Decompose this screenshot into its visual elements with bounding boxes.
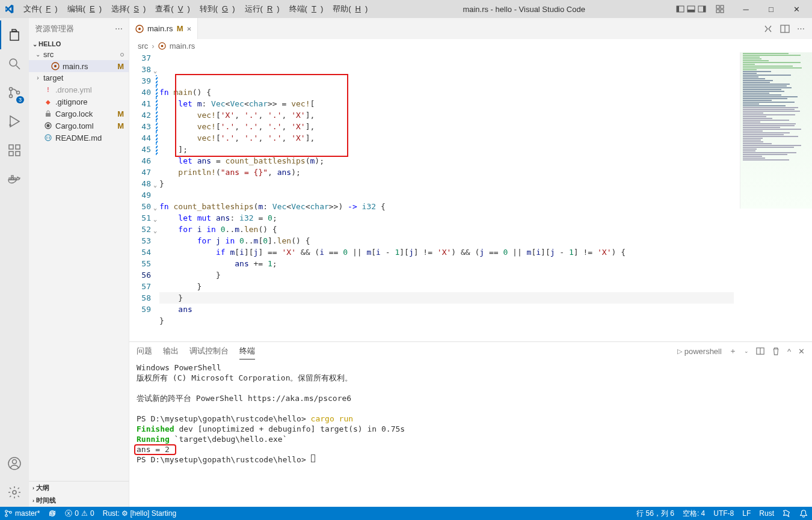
status-eol[interactable]: LF: [738, 507, 755, 520]
terminal-profile-dropdown[interactable]: ▷powershell: [677, 347, 722, 356]
maximize-button[interactable]: □: [759, 0, 783, 18]
menu-item[interactable]: 编辑(E): [63, 2, 106, 16]
svg-point-24: [13, 460, 17, 464]
layout-left-icon[interactable]: [676, 5, 684, 13]
more-icon[interactable]: ⋯: [115, 24, 123, 33]
tab-main-rs[interactable]: main.rs M ×: [129, 18, 198, 39]
menu-item[interactable]: 查看(V): [151, 2, 194, 16]
bottom-panel: 问题输出调试控制台终端 ▷powershell ＋ ⌄ ^ ✕ Windows …: [129, 341, 812, 507]
menu-item[interactable]: 文件(F): [19, 2, 62, 16]
split-editor-icon[interactable]: [780, 24, 790, 34]
tree-item[interactable]: main.rsM: [29, 60, 129, 72]
svg-rect-8: [716, 10, 719, 13]
panel-close-icon[interactable]: ✕: [798, 347, 805, 356]
menu-item[interactable]: 终端(T): [285, 2, 328, 16]
activity-account[interactable]: [0, 449, 29, 478]
minimap[interactable]: [740, 52, 812, 209]
panel-maximize-icon[interactable]: ^: [787, 347, 791, 356]
svg-rect-22: [11, 176, 13, 177]
file-icon: [43, 121, 53, 130]
menu-item[interactable]: 运行(R): [241, 2, 284, 16]
compare-changes-icon[interactable]: [763, 24, 773, 34]
outline-section[interactable]: ›大纲: [29, 482, 129, 494]
svg-point-36: [161, 44, 163, 47]
title-bar: 文件(F)编辑(E)选择(S)查看(V)转到(G)运行(R)终端(T)帮助(H)…: [0, 0, 812, 18]
svg-point-10: [10, 59, 17, 66]
rust-file-icon: [135, 25, 144, 33]
status-encoding[interactable]: UTF-8: [709, 507, 738, 520]
status-language[interactable]: Rust: [755, 507, 778, 520]
breadcrumbs[interactable]: src › main.rs: [129, 39, 812, 52]
close-button[interactable]: ✕: [784, 0, 808, 18]
tree-item[interactable]: ⌄src: [29, 49, 129, 60]
menu-item[interactable]: 转到(G): [195, 2, 239, 16]
panel-tab[interactable]: 调试控制台: [189, 343, 229, 359]
kill-terminal-icon[interactable]: [772, 347, 780, 355]
layout-right-icon[interactable]: [698, 5, 706, 13]
svg-rect-6: [716, 5, 719, 8]
file-icon: [43, 133, 53, 142]
status-feedback-icon[interactable]: [778, 507, 795, 520]
scm-badge: 3: [16, 96, 24, 103]
status-rust-analyzer[interactable]: Rust: ⚙ [hello] Starting: [99, 507, 180, 520]
chevron-right-icon: ›: [152, 41, 154, 50]
status-sync[interactable]: [44, 507, 61, 520]
window-controls: ─ □ ✕: [676, 0, 808, 18]
rust-file-icon: [158, 42, 166, 50]
activity-scm[interactable]: 3: [0, 78, 29, 107]
svg-point-12: [10, 95, 13, 98]
tree-item[interactable]: README.md: [29, 132, 129, 144]
status-notifications-icon[interactable]: [795, 507, 812, 520]
panel-tab[interactable]: 终端: [239, 343, 255, 359]
svg-rect-28: [46, 113, 51, 117]
svg-point-33: [138, 28, 141, 30]
new-terminal-icon[interactable]: ＋: [729, 346, 737, 356]
tree-item[interactable]: !.drone.yml: [29, 84, 129, 96]
panel-tab[interactable]: 输出: [163, 343, 179, 359]
svg-rect-17: [16, 151, 20, 156]
sidebar-title: 资源管理器: [35, 23, 74, 34]
tree-item[interactable]: Cargo.lockM: [29, 108, 129, 120]
file-icon: [51, 61, 60, 71]
svg-rect-7: [721, 5, 724, 8]
menu-item[interactable]: 帮助(H): [328, 2, 372, 16]
terminal-output[interactable]: Windows PowerShell版权所有 (C) Microsoft Cor…: [129, 360, 812, 507]
activity-search[interactable]: [0, 49, 29, 78]
file-tree: ⌄srcmain.rsM›target!.drone.yml◆.gitignor…: [29, 49, 129, 481]
status-problems[interactable]: ⓧ0⚠0: [61, 507, 98, 520]
svg-point-39: [5, 515, 8, 517]
svg-rect-1: [677, 6, 679, 12]
tree-item[interactable]: Cargo.tomlM: [29, 120, 129, 132]
split-terminal-icon[interactable]: [756, 347, 764, 355]
more-actions-icon[interactable]: ⋯: [797, 24, 805, 33]
status-cursor-position[interactable]: 行 56，列 6: [632, 507, 678, 520]
status-indentation[interactable]: 空格: 4: [678, 507, 709, 520]
svg-point-38: [5, 510, 8, 513]
tree-item[interactable]: ◆.gitignore: [29, 96, 129, 108]
activity-settings[interactable]: [0, 478, 29, 507]
layout-bottom-icon[interactable]: [687, 5, 695, 13]
window-title: main.rs - hello - Visual Studio Code: [374, 5, 674, 14]
activity-extensions[interactable]: [0, 136, 29, 165]
code-editor[interactable]: 3738⌄39404142434445464748⌄4950⌄51⌄52⌄535…: [129, 52, 812, 341]
status-bar: master* ⓧ0⚠0 Rust: ⚙ [hello] Starting 行 …: [0, 507, 812, 520]
activity-bar: 3: [0, 18, 29, 507]
activity-docker[interactable]: [0, 165, 29, 194]
tree-item[interactable]: ›target: [29, 72, 129, 84]
panel-tab[interactable]: 问题: [137, 343, 152, 359]
timeline-section[interactable]: ›时间线: [29, 494, 129, 507]
explorer-section[interactable]: ⌄ HELLO: [29, 39, 129, 49]
tab-close-icon[interactable]: ×: [186, 24, 191, 33]
svg-rect-9: [721, 10, 724, 13]
terminal-dropdown-icon[interactable]: ⌄: [744, 348, 749, 354]
status-branch[interactable]: master*: [0, 507, 44, 520]
layout-customize-icon[interactable]: [716, 5, 724, 13]
menu-item[interactable]: 选择(S): [107, 2, 150, 16]
activity-explorer[interactable]: [0, 20, 29, 49]
svg-point-27: [54, 65, 57, 67]
svg-point-31: [45, 135, 51, 141]
minimize-button[interactable]: ─: [734, 0, 758, 18]
activity-run[interactable]: [0, 107, 29, 136]
svg-point-30: [47, 124, 49, 127]
file-icon: !: [43, 85, 53, 94]
